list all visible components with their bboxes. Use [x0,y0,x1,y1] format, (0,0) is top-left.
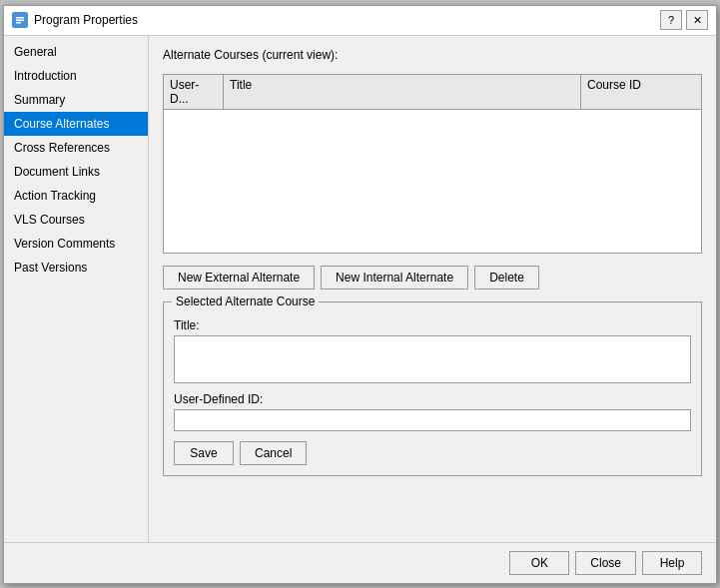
new-external-alternate-button[interactable]: New External Alternate [163,266,315,290]
help-button[interactable]: ? [660,10,682,30]
table-section-label: Alternate Courses (current view): [163,48,702,62]
table-header: User-D... Title Course ID [164,75,701,110]
sidebar-item-course-alternates[interactable]: Course Alternates [4,112,148,136]
dialog-title: Program Properties [34,13,138,27]
svg-rect-1 [16,17,24,19]
title-input[interactable] [174,335,691,383]
col-user-defined: User-D... [164,75,224,109]
dialog-window: Program Properties ? ✕ General Introduct… [3,5,717,584]
close-button[interactable]: ✕ [686,10,708,30]
group-box-legend: Selected Alternate Course [172,294,319,308]
cancel-button[interactable]: Cancel [240,441,307,465]
sidebar-item-action-tracking[interactable]: Action Tracking [4,184,148,208]
sidebar-item-summary[interactable]: Summary [4,88,148,112]
svg-rect-2 [16,20,24,22]
sidebar-item-past-versions[interactable]: Past Versions [4,256,148,280]
sidebar-item-document-links[interactable]: Document Links [4,160,148,184]
sidebar-item-version-comments[interactable]: Version Comments [4,232,148,256]
col-title: Title [224,75,581,109]
sidebar-item-cross-references[interactable]: Cross References [4,136,148,160]
title-field-label: Title: [174,318,691,332]
dialog-content: General Introduction Summary Course Alte… [4,36,716,542]
delete-button[interactable]: Delete [474,266,539,290]
user-defined-id-input[interactable] [174,409,691,431]
col-course-id: Course ID [581,75,701,109]
dialog-footer: OK Close Help [4,542,716,583]
alternates-table[interactable]: User-D... Title Course ID [163,74,702,254]
title-bar-controls: ? ✕ [660,10,708,30]
main-content: Alternate Courses (current view): User-D… [149,36,716,542]
ok-button[interactable]: OK [509,551,569,575]
svg-rect-3 [16,22,21,24]
user-defined-id-label: User-Defined ID: [174,392,691,406]
footer-help-button[interactable]: Help [642,551,702,575]
footer-close-button[interactable]: Close [575,551,636,575]
dialog-icon [12,12,28,28]
sidebar-item-general[interactable]: General [4,40,148,64]
new-internal-alternate-button[interactable]: New Internal Alternate [321,266,468,290]
title-bar-left: Program Properties [12,12,138,28]
sidebar-item-vls-courses[interactable]: VLS Courses [4,208,148,232]
save-button[interactable]: Save [174,441,234,465]
sidebar: General Introduction Summary Course Alte… [4,36,149,542]
sidebar-item-introduction[interactable]: Introduction [4,64,148,88]
table-buttons: New External Alternate New Internal Alte… [163,266,702,290]
selected-alternate-course-group: Selected Alternate Course Title: User-De… [163,301,702,476]
title-bar: Program Properties ? ✕ [4,6,716,36]
